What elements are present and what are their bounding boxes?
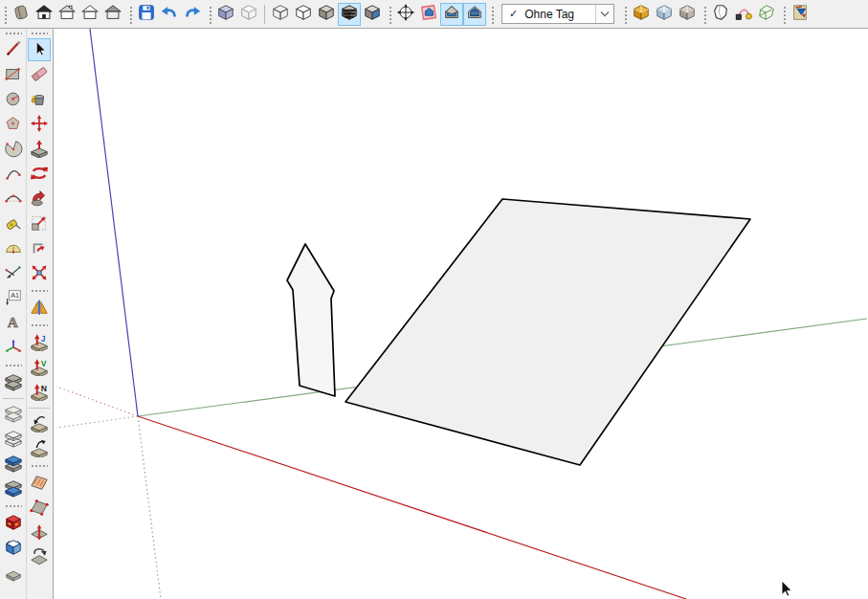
toolbar-drag-handle[interactable] bbox=[623, 5, 627, 24]
gray-slab-tool-button[interactable] bbox=[2, 562, 25, 585]
drop-curve-a-tool-button[interactable] bbox=[28, 412, 51, 435]
surface-move-tool-button[interactable] bbox=[28, 521, 51, 544]
display-section-cuts-button[interactable] bbox=[440, 3, 463, 26]
display-section-fill-button[interactable] bbox=[463, 3, 486, 26]
wireframe-style-button[interactable] bbox=[269, 3, 292, 26]
paint-bucket-tool-button[interactable] bbox=[28, 88, 51, 111]
eraser-tool-button[interactable] bbox=[28, 63, 51, 86]
stack-blue-a-icon bbox=[4, 454, 23, 476]
stretch-tool-button[interactable] bbox=[28, 262, 51, 285]
surface-rotate-tool-button[interactable] bbox=[28, 546, 51, 569]
follow-me-tool-button[interactable] bbox=[28, 188, 51, 211]
circle-icon bbox=[4, 89, 23, 111]
toolbar-drag-handle[interactable] bbox=[208, 5, 211, 24]
notepad-tool-button[interactable] bbox=[789, 3, 812, 26]
push-pull-icon bbox=[30, 139, 49, 161]
back-edges-style-button[interactable] bbox=[237, 3, 260, 26]
toolbar-drag-handle[interactable] bbox=[3, 5, 7, 24]
cornerbox-blue-tool-button[interactable] bbox=[653, 3, 676, 26]
move-tool-button[interactable] bbox=[28, 113, 51, 136]
green-wireframe-tool-button[interactable] bbox=[755, 3, 778, 26]
import-v-tool-button[interactable]: V bbox=[28, 356, 51, 379]
stack-solid-tool-button[interactable] bbox=[2, 371, 25, 394]
mirror-tool-button[interactable] bbox=[28, 297, 51, 320]
rectangle-tool-button[interactable] bbox=[2, 63, 25, 86]
redo-button[interactable] bbox=[181, 3, 204, 26]
pie-tool-button[interactable] bbox=[2, 138, 25, 161]
toolbar-drag-handle[interactable] bbox=[782, 5, 786, 24]
dimension-icon bbox=[4, 263, 23, 285]
stack-wireframe-tool-button[interactable] bbox=[2, 428, 25, 451]
red-cube-tool-button[interactable] bbox=[2, 512, 25, 535]
offset-icon bbox=[30, 238, 49, 260]
circle-tool-button[interactable] bbox=[2, 88, 25, 111]
flat-rectangle-face[interactable] bbox=[345, 199, 750, 465]
palette-drag-handle[interactable] bbox=[31, 32, 48, 35]
tape-measure-tool-button[interactable] bbox=[2, 212, 25, 235]
view-right-button[interactable] bbox=[78, 3, 101, 26]
stack-outline-tool-button[interactable] bbox=[2, 403, 25, 426]
rotate-tool-button[interactable] bbox=[28, 163, 51, 186]
blue-cube-icon bbox=[4, 538, 23, 560]
protractor-tool-button[interactable] bbox=[2, 237, 25, 260]
draw-column: A1A bbox=[0, 29, 26, 599]
view-front-button[interactable] bbox=[56, 3, 78, 26]
tag-combobox[interactable]: ✓ Ohne Tag bbox=[501, 4, 614, 24]
shaded-textures-style-button[interactable] bbox=[338, 3, 361, 26]
surface-texture-tool-button[interactable] bbox=[28, 472, 51, 495]
palette-separator bbox=[3, 398, 24, 399]
stack-blue-b-tool-button[interactable] bbox=[2, 477, 25, 500]
line-icon bbox=[4, 39, 23, 61]
redo-icon bbox=[183, 3, 202, 25]
monochrome-style-button[interactable] bbox=[361, 3, 384, 26]
display-section-planes-button[interactable] bbox=[417, 3, 440, 26]
import-n-tool-button[interactable]: N bbox=[28, 381, 51, 404]
text-tool-button[interactable]: A1 bbox=[2, 287, 25, 310]
main-area: A1AJVN bbox=[0, 29, 868, 599]
section-plane-tool-button[interactable] bbox=[394, 3, 417, 26]
cornerbox-orange-tool-button[interactable] bbox=[630, 3, 653, 26]
palette-drag-handle[interactable] bbox=[5, 32, 22, 35]
offset-tool-button[interactable] bbox=[28, 237, 51, 260]
drawing-canvas[interactable] bbox=[54, 29, 868, 599]
hidden-line-style-button[interactable] bbox=[292, 3, 315, 26]
blue-cube-tool-button[interactable] bbox=[2, 537, 25, 560]
toolbar-drag-handle[interactable] bbox=[388, 5, 391, 24]
cornerbox-gray-icon bbox=[678, 3, 697, 25]
toolbar-drag-handle[interactable] bbox=[702, 5, 706, 24]
view-top-button[interactable] bbox=[33, 3, 56, 26]
shadow-blob-tool-button[interactable] bbox=[709, 3, 732, 26]
surface-corners-tool-button[interactable] bbox=[28, 497, 51, 520]
edit-column: JVN bbox=[26, 29, 52, 599]
scale-tool-button[interactable] bbox=[28, 212, 51, 235]
view-cylinder-button[interactable] bbox=[10, 3, 33, 26]
chevron-down-icon[interactable] bbox=[595, 5, 613, 23]
stack-blue-a-tool-button[interactable] bbox=[2, 453, 25, 476]
toolbar-drag-handle[interactable] bbox=[128, 5, 132, 24]
undo-button[interactable] bbox=[158, 3, 181, 26]
cornerbox-gray-tool-button[interactable] bbox=[676, 3, 699, 26]
xray-style-button[interactable] bbox=[214, 3, 237, 26]
arc-link-tool-button[interactable] bbox=[732, 3, 755, 26]
import-j-tool-button[interactable]: J bbox=[28, 331, 51, 354]
svg-text:A1: A1 bbox=[11, 291, 19, 300]
3d-text-tool-button[interactable]: A bbox=[2, 312, 25, 335]
push-pull-tool-button[interactable] bbox=[28, 138, 51, 161]
toolbar-drag-handle[interactable] bbox=[490, 5, 494, 24]
arc-tool-button[interactable] bbox=[2, 163, 25, 186]
view-back-button[interactable] bbox=[101, 3, 124, 26]
toolbar-group-tags: ✓ Ohne Tag bbox=[487, 0, 620, 28]
two-point-arc-tool-button[interactable] bbox=[2, 188, 25, 211]
select-icon bbox=[30, 39, 49, 61]
save-button[interactable] bbox=[135, 3, 158, 26]
line-tool-button[interactable] bbox=[2, 38, 25, 61]
svg-text:A: A bbox=[7, 314, 18, 330]
axes-tool-button[interactable] bbox=[2, 337, 25, 360]
pie-icon bbox=[4, 139, 23, 161]
shaded-style-button[interactable] bbox=[315, 3, 338, 26]
drop-curve-b-tool-button[interactable] bbox=[28, 437, 51, 460]
select-tool-button[interactable] bbox=[28, 38, 51, 61]
polygon-tool-button[interactable] bbox=[2, 113, 25, 136]
dimension-tool-button[interactable] bbox=[2, 262, 25, 285]
block-arrow-face[interactable] bbox=[287, 244, 335, 396]
